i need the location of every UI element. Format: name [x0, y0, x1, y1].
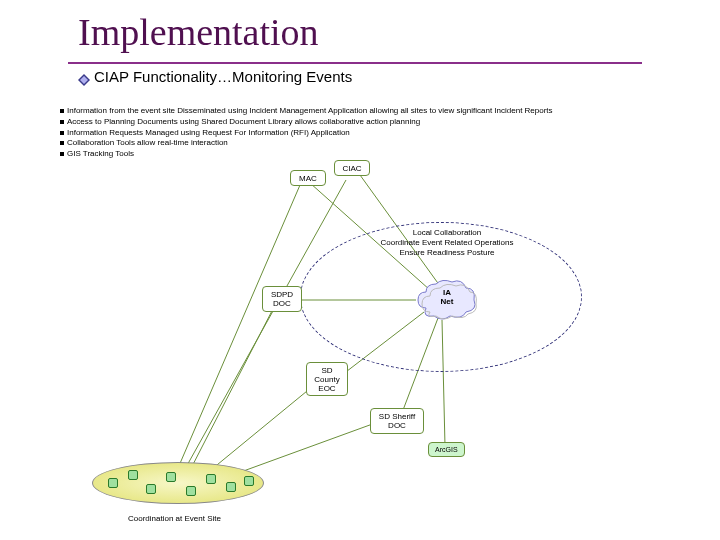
team-icon — [166, 472, 176, 482]
team-icon — [226, 482, 236, 492]
team-icon — [146, 484, 156, 494]
collab-line: Ensure Readiness Posture — [362, 248, 532, 258]
bullet-item: GIS Tracking Tools — [60, 149, 553, 160]
collab-line: Coordinate Event Related Operations — [362, 238, 532, 248]
node-sd-county-eoc: SD County EOC — [306, 362, 348, 396]
bullet-item: Access to Planning Documents using Share… — [60, 117, 553, 128]
slide-subtitle: CIAP Functionality…Monitoring Events — [94, 68, 352, 85]
slide-title: Implementation — [78, 10, 319, 54]
team-icon — [244, 476, 254, 486]
collab-line: Local Collaboration — [362, 228, 532, 238]
team-icon — [128, 470, 138, 480]
event-site-caption: Coordination at Event Site — [128, 514, 221, 523]
bullet-diamond-icon — [78, 74, 88, 84]
team-icon — [186, 486, 196, 496]
bullet-text: Collaboration Tools allow real-time inte… — [67, 138, 228, 149]
svg-line-8 — [175, 185, 300, 475]
bullet-item: Information Requests Managed using Reque… — [60, 128, 553, 139]
bullet-text: Information from the event site Dissemin… — [67, 106, 553, 117]
node-sd-sheriff-doc: SD Sheriff DOC — [370, 408, 424, 434]
svg-line-10 — [185, 305, 275, 480]
ia-net-label: IA Net — [432, 288, 462, 306]
bullet-item: Collaboration Tools allow real-time inte… — [60, 138, 553, 149]
team-icon — [206, 474, 216, 484]
bullet-list: Information from the event site Dissemin… — [60, 106, 553, 160]
node-sdpd-doc: SDPD DOC — [262, 286, 302, 312]
bullet-text: GIS Tracking Tools — [67, 149, 134, 160]
node-arcgis: ArcGIS — [428, 442, 465, 457]
node-mac: MAC — [290, 170, 326, 186]
bullet-item: Information from the event site Dissemin… — [60, 106, 553, 117]
team-icon — [108, 478, 118, 488]
bullet-text: Access to Planning Documents using Share… — [67, 117, 420, 128]
bullet-text: Information Requests Managed using Reque… — [67, 128, 350, 139]
title-underline — [68, 62, 642, 64]
collaboration-text: Local Collaboration Coordinate Event Rel… — [362, 228, 532, 258]
node-ciac: CIAC — [334, 160, 370, 176]
